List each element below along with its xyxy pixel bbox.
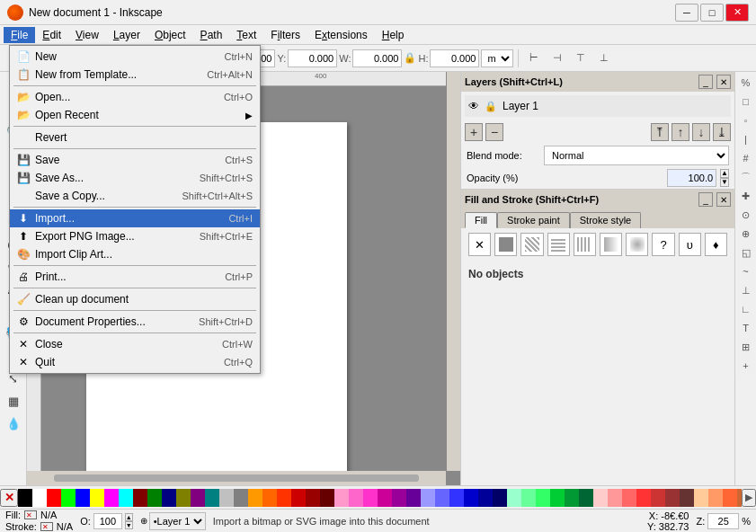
print-label: Print...: [35, 270, 221, 283]
import-icon: ⬇: [15, 210, 31, 226]
menu-item-print[interactable]: 🖨Print...Ctrl+P: [10, 268, 260, 286]
menu-separator: [13, 332, 256, 333]
menu-item-save-as[interactable]: 💾Save As...Shift+Ctrl+S: [10, 169, 260, 187]
open-icon: 📂: [15, 89, 31, 105]
menu-item-import[interactable]: ⬇Import...Ctrl+I: [10, 209, 260, 227]
export-png-shortcut: Shift+Ctrl+E: [200, 231, 253, 242]
menu-item-export-png[interactable]: ⬆Export PNG Image...Shift+Ctrl+E: [10, 227, 260, 245]
new-label: New: [35, 50, 221, 63]
new-shortcut: Ctrl+N: [225, 51, 253, 62]
export-png-label: Export PNG Image...: [35, 230, 196, 243]
doc-props-icon: ⚙: [15, 314, 31, 330]
menu-item-cleanup[interactable]: 🧹Clean up document: [10, 290, 260, 308]
new-from-template-icon: 📋: [15, 66, 31, 83]
menu-item-doc-props[interactable]: ⚙Document Properties...Shift+Ctrl+D: [10, 313, 260, 331]
open-recent-icon: 📂: [15, 107, 31, 123]
revert-label: Revert: [35, 131, 253, 144]
save-as-label: Save As...: [35, 172, 196, 184]
save-copy-label: Save a Copy...: [35, 190, 178, 202]
print-icon: 🖨: [15, 269, 31, 285]
file-menu: 📄NewCtrl+N📋New from Template...Ctrl+Alt+…: [9, 45, 261, 374]
save-as-icon: 💾: [15, 170, 31, 186]
save-icon: 💾: [15, 152, 31, 168]
revert-icon: [15, 129, 31, 146]
export-png-icon: ⬆: [15, 228, 31, 244]
menu-item-import-clip-art[interactable]: 🎨Import Clip Art...: [10, 245, 260, 263]
doc-props-label: Document Properties...: [35, 315, 195, 328]
save-copy-icon: [15, 188, 31, 204]
close-label: Close: [35, 338, 218, 350]
menu-item-open[interactable]: 📂Open...Ctrl+O: [10, 88, 260, 106]
open-recent-arrow: ▶: [245, 111, 253, 120]
save-label: Save: [35, 154, 221, 166]
import-label: Import...: [35, 212, 225, 225]
new-from-template-shortcut: Ctrl+Alt+N: [207, 69, 253, 80]
quit-icon: ✕: [15, 354, 31, 370]
close-shortcut: Ctrl+W: [222, 339, 253, 350]
menu-item-revert[interactable]: Revert: [10, 129, 260, 146]
cleanup-label: Clean up document: [35, 293, 253, 306]
menu-separator: [13, 85, 256, 86]
menu-item-save-copy[interactable]: Save a Copy...Shift+Ctrl+Alt+S: [10, 187, 260, 205]
menu-separator: [13, 148, 256, 149]
quit-label: Quit: [35, 356, 220, 368]
close-icon: ✕: [15, 336, 31, 352]
import-clip-art-label: Import Clip Art...: [35, 248, 253, 261]
menu-item-new[interactable]: 📄NewCtrl+N: [10, 48, 260, 66]
dropdown-overlay[interactable]: 📄NewCtrl+N📋New from Template...Ctrl+Alt+…: [0, 0, 756, 532]
menu-item-close[interactable]: ✕CloseCtrl+W: [10, 335, 260, 353]
menu-separator: [13, 310, 256, 311]
print-shortcut: Ctrl+P: [225, 271, 253, 282]
menu-item-quit[interactable]: ✕QuitCtrl+Q: [10, 353, 260, 371]
save-shortcut: Ctrl+S: [225, 155, 253, 165]
import-shortcut: Ctrl+I: [228, 213, 253, 224]
new-from-template-label: New from Template...: [35, 68, 203, 81]
save-as-shortcut: Shift+Ctrl+S: [200, 173, 253, 183]
import-clip-art-icon: 🎨: [15, 246, 31, 262]
menu-item-new-from-template[interactable]: 📋New from Template...Ctrl+Alt+N: [10, 66, 260, 84]
open-shortcut: Ctrl+O: [224, 92, 253, 102]
menu-item-save[interactable]: 💾SaveCtrl+S: [10, 151, 260, 169]
quit-shortcut: Ctrl+Q: [224, 357, 253, 368]
menu-separator: [13, 288, 256, 288]
save-copy-shortcut: Shift+Ctrl+Alt+S: [182, 191, 253, 201]
open-recent-label: Open Recent: [35, 109, 242, 121]
doc-props-shortcut: Shift+Ctrl+D: [199, 316, 253, 327]
new-icon: 📄: [15, 49, 31, 65]
cleanup-icon: 🧹: [15, 291, 31, 307]
menu-separator: [13, 265, 256, 266]
menu-item-open-recent[interactable]: 📂Open Recent▶: [10, 106, 260, 124]
menu-separator: [13, 207, 256, 208]
menu-separator: [13, 126, 256, 127]
open-label: Open...: [35, 91, 220, 103]
